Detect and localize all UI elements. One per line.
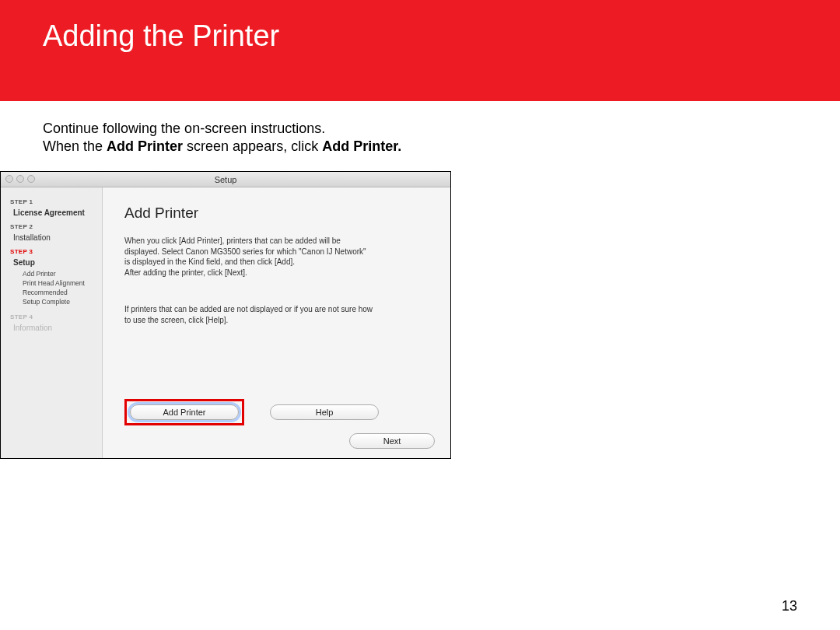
slide-title: Adding the Printer (43, 19, 279, 53)
window-titlebar: Setup (1, 172, 450, 187)
substep-print-head: Print Head Alignment Recommended (23, 279, 96, 298)
traffic-lights (5, 175, 35, 183)
close-icon[interactable] (5, 175, 13, 183)
main-panel: Add Printer When you click [Add Printer]… (102, 187, 450, 458)
intro-pre: When the (43, 138, 107, 154)
page-number: 13 (782, 598, 797, 614)
step4-item: Information (13, 324, 96, 332)
intro-line-1: Continue following the on-screen instruc… (43, 121, 797, 137)
next-button[interactable]: Next (349, 433, 435, 449)
panel-heading: Add Printer (124, 205, 433, 222)
step2-label: STEP 2 (10, 223, 96, 230)
panel-para-1: When you click [Add Printer], printers t… (124, 236, 373, 278)
intro-bold-1: Add Printer (107, 138, 183, 154)
help-button[interactable]: Help (270, 404, 379, 420)
step1-label: STEP 1 (10, 198, 96, 205)
content-area: Continue following the on-screen instruc… (0, 101, 840, 630)
setup-sidebar: STEP 1 License Agreement STEP 2 Installa… (1, 187, 102, 458)
substep-setup-complete: Setup Complete (23, 298, 96, 307)
step3-substeps: Add Printer Print Head Alignment Recomme… (23, 270, 96, 307)
step1-item: License Agreement (13, 208, 96, 217)
minimize-icon[interactable] (16, 175, 24, 183)
panel-para-2: If printers that can be added are not di… (124, 304, 373, 325)
setup-window: Setup STEP 1 License Agreement STEP 2 In… (0, 171, 451, 459)
intro-mid: screen appears, click (183, 138, 322, 154)
intro-bold-2: Add Printer. (322, 138, 401, 154)
step3-label: STEP 3 (10, 248, 96, 255)
step3-item: Setup (13, 258, 96, 267)
step4-label: STEP 4 (10, 313, 96, 320)
substep-add-printer: Add Printer (23, 270, 96, 279)
add-printer-button[interactable]: Add Printer (130, 404, 239, 420)
window-title: Setup (215, 175, 237, 184)
intro-line-2: When the Add Printer screen appears, cli… (43, 138, 797, 155)
highlight-box: Add Printer (124, 399, 244, 425)
step2-item: Installation (13, 233, 96, 242)
zoom-icon[interactable] (27, 175, 35, 183)
